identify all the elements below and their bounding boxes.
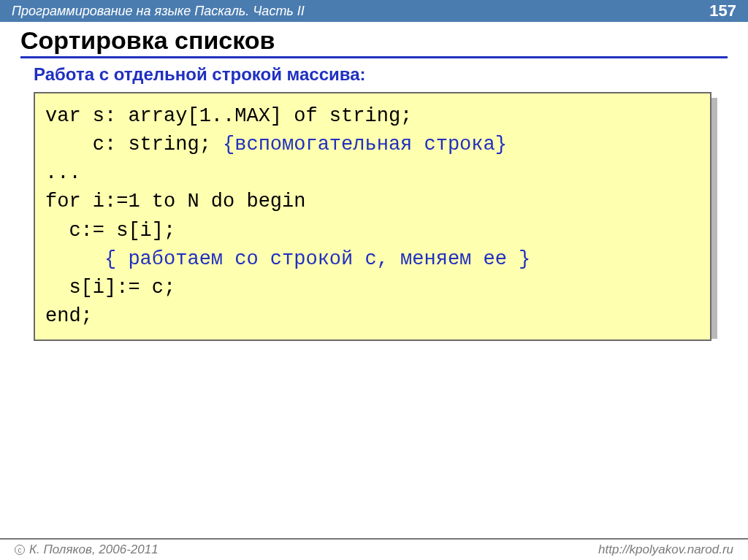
footer-bar: c К. Поляков, 2006-2011 http://kpolyakov… bbox=[0, 538, 748, 560]
code-line: c: string; bbox=[45, 134, 223, 156]
code-comment: {вспомогательная строка} bbox=[223, 134, 507, 156]
code-line: s[i]:= c; bbox=[45, 277, 175, 299]
course-title: Программирование на языке Паскаль. Часть… bbox=[12, 4, 305, 19]
copyright-icon: c bbox=[15, 545, 25, 555]
page-number: 157 bbox=[709, 1, 736, 20]
footer-url: http://kpolyakov.narod.ru bbox=[598, 542, 733, 557]
code-comment: { работаем со строкой c, меняем ее } bbox=[45, 248, 530, 270]
code-line: for i:=1 to N do begin bbox=[45, 191, 305, 212]
slide-content: Сортировка списков Работа с отдельной ст… bbox=[0, 22, 748, 341]
code-line: c:= s[i]; bbox=[45, 220, 175, 242]
code-block-wrap: var s: array[1..MAX] of string; c: strin… bbox=[34, 92, 728, 341]
slide-title: Сортировка списков bbox=[20, 26, 728, 58]
code-line: ... bbox=[45, 162, 81, 184]
header-bar: Программирование на языке Паскаль. Часть… bbox=[0, 0, 748, 22]
code-block: var s: array[1..MAX] of string; c: strin… bbox=[34, 92, 711, 341]
copyright-text: К. Поляков, 2006-2011 bbox=[29, 542, 159, 557]
copyright: c К. Поляков, 2006-2011 bbox=[15, 542, 159, 557]
code-line: var s: array[1..MAX] of string; bbox=[45, 105, 412, 127]
slide-subhead: Работа с отдельной строкой массива: bbox=[34, 64, 728, 85]
code-line: end; bbox=[45, 305, 93, 327]
